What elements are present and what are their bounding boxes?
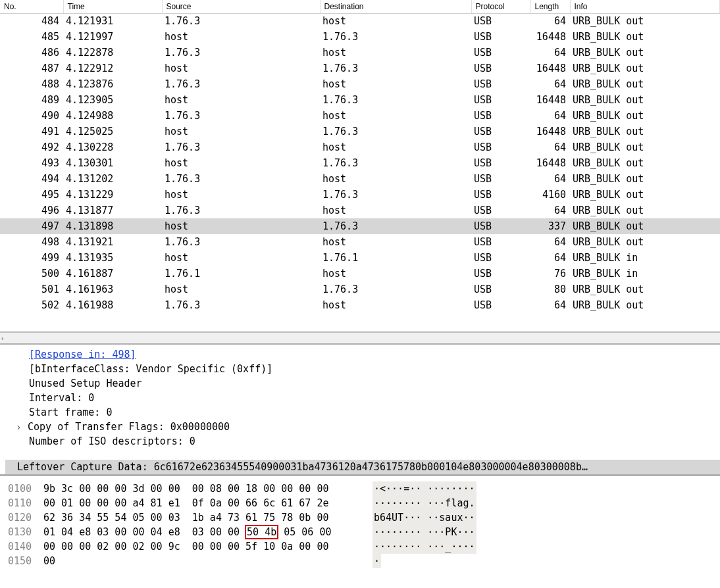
hex-row[interactable]: 015000· [8, 554, 720, 568]
detail-response-in[interactable]: [Response in: 498] [5, 347, 717, 362]
col-header-info[interactable]: Info [570, 0, 720, 13]
hex-row[interactable]: 012062 36 34 55 54 05 00 03 1b a4 73 61 … [8, 510, 720, 525]
hex-ascii: ·<···=·· ········ [373, 481, 476, 496]
cell-length: 80 [530, 282, 570, 297]
cell-length: 16448 [530, 92, 570, 108]
packet-row[interactable]: 4974.131898host1.76.3USB337URB_BULK out [0, 218, 720, 234]
cell-protocol: USB [471, 92, 530, 108]
packet-row[interactable]: 4854.121997host1.76.3USB16448URB_BULK ou… [0, 29, 720, 45]
hex-bytes: 01 04 e8 03 00 00 04 e8 03 00 00 50 4b 0… [43, 525, 373, 539]
packet-row[interactable]: 5004.1618871.76.1hostUSB76URB_BULK in [0, 266, 720, 282]
cell-length: 64 [530, 297, 570, 313]
cell-protocol: USB [471, 218, 530, 234]
cell-time: 4.130228 [63, 139, 162, 155]
cell-info: URB_BULK out [570, 92, 720, 108]
cell-source: 1.76.3 [162, 171, 320, 187]
cell-length: 64 [530, 250, 570, 266]
cell-time: 4.124988 [63, 108, 162, 124]
cell-info: URB_BULK out [570, 297, 720, 313]
cell-info: URB_BULK in [570, 266, 720, 282]
packet-row[interactable]: 4844.1219311.76.3hostUSB64URB_BULK out [0, 13, 720, 29]
cell-destination: 1.76.3 [320, 124, 471, 139]
cell-source: 1.76.3 [162, 76, 320, 92]
cell-source: 1.76.3 [162, 13, 320, 29]
packet-row[interactable]: 4884.1238761.76.3hostUSB64URB_BULK out [0, 76, 720, 92]
cell-info: URB_BULK out [570, 13, 720, 29]
cell-protocol: USB [471, 13, 530, 29]
cell-time: 4.121997 [63, 29, 162, 45]
cell-destination: 1.76.3 [320, 92, 471, 108]
col-header-time[interactable]: Time [63, 0, 162, 13]
cell-length: 64 [530, 234, 570, 250]
detail-interface-class[interactable]: [bInterfaceClass: Vendor Specific (0xff)… [5, 362, 717, 376]
cell-time: 4.130301 [63, 155, 162, 171]
cell-protocol: USB [471, 108, 530, 124]
cell-length: 16448 [530, 155, 570, 171]
cell-destination: host [320, 297, 471, 313]
packet-row[interactable]: 4904.1249881.76.3hostUSB64URB_BULK out [0, 108, 720, 124]
hex-dump-pane[interactable]: 01009b 3c 00 00 00 3d 00 00 00 08 00 18 … [0, 475, 720, 568]
hex-row[interactable]: 014000 00 00 02 00 02 00 9c 00 00 00 5f … [8, 539, 720, 554]
hex-row[interactable]: 013001 04 e8 03 00 00 04 e8 03 00 00 50 … [8, 525, 720, 539]
cell-time: 4.161963 [63, 282, 162, 297]
cell-source: host [162, 124, 320, 139]
detail-unused-setup[interactable]: Unused Setup Header [5, 376, 717, 391]
detail-interval[interactable]: Interval: 0 [5, 391, 717, 405]
col-header-protocol[interactable]: Protocol [471, 0, 530, 13]
packet-list-pane[interactable]: No. Time Source Destination Protocol Len… [0, 0, 720, 332]
packet-row[interactable]: 5024.1619881.76.3hostUSB64URB_BULK out [0, 297, 720, 313]
cell-time: 4.125025 [63, 124, 162, 139]
cell-length: 16448 [530, 61, 570, 76]
packet-table[interactable]: No. Time Source Destination Protocol Len… [0, 0, 720, 313]
horizontal-scrollbar[interactable]: ‹ [0, 332, 720, 343]
cell-time: 4.131202 [63, 171, 162, 187]
detail-transfer-flags[interactable]: Copy of Transfer Flags: 0x00000000 [5, 420, 717, 434]
detail-leftover-capture-data[interactable]: Leftover Capture Data: 6c61672e623634555… [5, 460, 720, 474]
cell-no: 492 [0, 139, 63, 155]
packet-row[interactable]: 4954.131229host1.76.3USB4160URB_BULK out [0, 187, 720, 203]
packet-row[interactable]: 4874.122912host1.76.3USB16448URB_BULK ou… [0, 61, 720, 76]
packet-row[interactable]: 4994.131935host1.76.1USB64URB_BULK in [0, 250, 720, 266]
cell-destination: 1.76.3 [320, 282, 471, 297]
cell-protocol: USB [471, 282, 530, 297]
packet-details-pane[interactable]: [Response in: 498] [bInterfaceClass: Ven… [0, 343, 720, 475]
cell-source: 1.76.3 [162, 203, 320, 218]
hex-row[interactable]: 011000 01 00 00 00 a4 81 e1 0f 0a 00 66 … [8, 496, 720, 510]
packet-header-row[interactable]: No. Time Source Destination Protocol Len… [0, 0, 720, 13]
hex-ascii: · [373, 554, 381, 568]
cell-source: host [162, 29, 320, 45]
cell-time: 4.131229 [63, 187, 162, 203]
cell-protocol: USB [471, 76, 530, 92]
packet-row[interactable]: 4984.1319211.76.3hostUSB64URB_BULK out [0, 234, 720, 250]
detail-start-frame[interactable]: Start frame: 0 [5, 405, 717, 420]
packet-row[interactable]: 4864.1228781.76.3hostUSB64URB_BULK out [0, 45, 720, 61]
col-header-length[interactable]: Length [530, 0, 570, 13]
cell-no: 485 [0, 29, 63, 45]
col-header-source[interactable]: Source [162, 0, 320, 13]
cell-destination: host [320, 171, 471, 187]
packet-row[interactable]: 4944.1312021.76.3hostUSB64URB_BULK out [0, 171, 720, 187]
cell-length: 64 [530, 108, 570, 124]
cell-info: URB_BULK in [570, 250, 720, 266]
cell-protocol: USB [471, 250, 530, 266]
packet-row[interactable]: 4934.130301host1.76.3USB16448URB_BULK ou… [0, 155, 720, 171]
hex-row[interactable]: 01009b 3c 00 00 00 3d 00 00 00 08 00 18 … [8, 481, 720, 496]
cell-source: host [162, 218, 320, 234]
cell-no: 493 [0, 155, 63, 171]
hex-bytes: 00 [43, 554, 373, 568]
scroll-left-icon[interactable]: ‹ [1, 333, 4, 344]
packet-row[interactable]: 5014.161963host1.76.3USB80URB_BULK out [0, 282, 720, 297]
cell-protocol: USB [471, 29, 530, 45]
cell-length: 16448 [530, 29, 570, 45]
col-header-no[interactable]: No. [0, 0, 63, 13]
cell-destination: host [320, 139, 471, 155]
cell-time: 4.121931 [63, 13, 162, 29]
detail-iso-descriptors[interactable]: Number of ISO descriptors: 0 [5, 434, 717, 449]
packet-row[interactable]: 4894.123905host1.76.3USB16448URB_BULK ou… [0, 92, 720, 108]
cell-info: URB_BULK out [570, 124, 720, 139]
cell-destination: host [320, 76, 471, 92]
packet-row[interactable]: 4924.1302281.76.3hostUSB64URB_BULK out [0, 139, 720, 155]
packet-row[interactable]: 4964.1318771.76.3hostUSB64URB_BULK out [0, 203, 720, 218]
col-header-destination[interactable]: Destination [320, 0, 471, 13]
packet-row[interactable]: 4914.125025host1.76.3USB16448URB_BULK ou… [0, 124, 720, 139]
